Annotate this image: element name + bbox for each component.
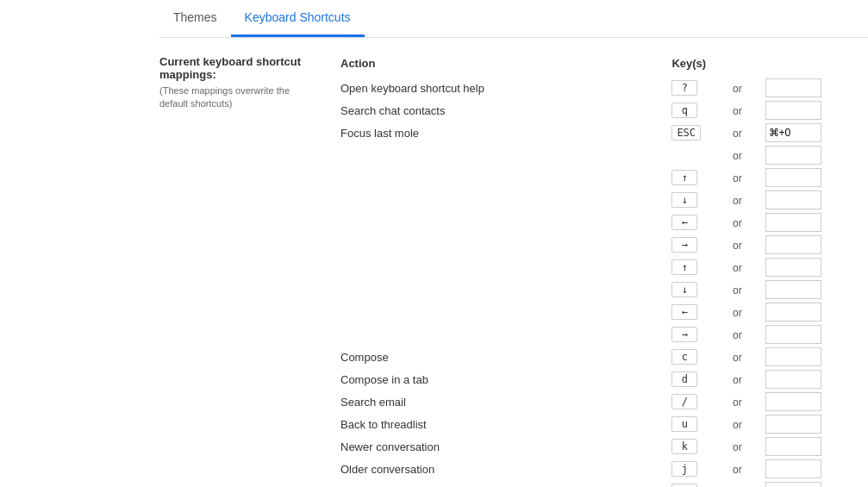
custom-cell[interactable] [765, 122, 868, 144]
custom-cell[interactable] [765, 99, 868, 122]
tab-themes[interactable]: Themes [159, 0, 231, 37]
custom-key-input[interactable] [765, 213, 821, 232]
custom-cell[interactable] [765, 390, 868, 413]
key-box: ? [671, 80, 697, 96]
shortcuts-table: Action Key(s) Open keyboard shortcut hel… [340, 55, 868, 487]
custom-cell[interactable] [765, 301, 868, 323]
custom-key-input[interactable] [765, 168, 821, 187]
or-cell: or [729, 390, 765, 413]
custom-key-input[interactable] [765, 101, 821, 120]
custom-cell[interactable] [765, 480, 868, 487]
or-label: or [729, 195, 746, 207]
or-cell: or [729, 144, 765, 166]
action-cell: Newer conversation [340, 435, 671, 458]
table-row: Newer conversationkor [340, 435, 868, 458]
table-row: Older conversationjor [340, 458, 868, 480]
or-cell: or [729, 77, 765, 99]
custom-key-input[interactable] [765, 459, 821, 478]
custom-cell[interactable] [765, 256, 868, 278]
custom-key-input[interactable] [765, 146, 821, 165]
tab-keyboard-shortcuts[interactable]: Keyboard Shortcuts [231, 0, 365, 37]
custom-cell[interactable] [765, 144, 868, 166]
content-area: Current keyboard shortcut mappings: (The… [159, 55, 868, 487]
or-label: or [729, 441, 746, 453]
custom-cell[interactable] [765, 435, 868, 458]
custom-key-input[interactable] [765, 370, 821, 389]
or-cell: or [729, 122, 765, 144]
key-cell: c [671, 346, 729, 368]
panel-title: Current keyboard shortcut mappings: [159, 55, 315, 81]
action-cell [340, 234, 671, 256]
custom-key-input[interactable] [765, 303, 821, 322]
action-cell: Search chat contacts [340, 99, 671, 122]
custom-key-input[interactable] [765, 392, 821, 411]
left-panel: Current keyboard shortcut mappings: (The… [159, 55, 315, 487]
or-label: or [729, 83, 746, 95]
custom-cell[interactable] [765, 77, 868, 99]
custom-key-input[interactable] [765, 190, 821, 209]
key-cell: k [671, 435, 729, 458]
custom-key-input[interactable] [765, 415, 821, 434]
key-cell: ? [671, 77, 729, 99]
key-box: c [671, 349, 697, 365]
custom-cell[interactable] [765, 211, 868, 234]
keys-header: Key(s) [671, 55, 868, 77]
table-row: Search email/or [340, 390, 868, 413]
key-box: ↑ [671, 170, 697, 185]
key-cell: ESC [671, 122, 729, 144]
custom-key-input[interactable] [765, 437, 821, 456]
custom-key-input[interactable] [765, 325, 821, 344]
key-box: x [671, 484, 697, 487]
action-cell: Older conversation [340, 458, 671, 480]
action-cell: Search email [340, 390, 671, 413]
table-row: Compose in a tabdor [340, 368, 868, 390]
key-cell: ← [671, 301, 729, 323]
custom-key-input[interactable] [765, 258, 821, 277]
table-row: Back to threadlistuor [340, 413, 868, 435]
custom-cell[interactable] [765, 346, 868, 368]
key-cell: x [671, 480, 729, 487]
key-cell: ↑ [671, 166, 729, 189]
custom-cell[interactable] [765, 323, 868, 346]
key-cell: ↓ [671, 189, 729, 211]
or-label: or [729, 374, 746, 386]
or-label: or [729, 172, 746, 184]
table-row: ↑or [340, 256, 868, 278]
custom-cell[interactable] [765, 413, 868, 435]
custom-key-input[interactable] [765, 347, 821, 366]
main-container: Themes Keyboard Shortcuts Current keyboa… [0, 0, 868, 487]
custom-key-input[interactable] [765, 78, 821, 97]
or-label: or [729, 128, 746, 140]
custom-cell[interactable] [765, 234, 868, 256]
custom-key-input[interactable] [765, 280, 821, 299]
panel-description: (These mappings overwrite the default sh… [159, 84, 315, 111]
key-box: d [671, 371, 697, 387]
action-cell: Compose [340, 346, 671, 368]
table-row: →or [340, 234, 868, 256]
or-label: or [729, 396, 746, 409]
action-cell [340, 301, 671, 323]
custom-key-input[interactable] [765, 235, 821, 254]
or-cell: or [729, 99, 765, 122]
action-cell [340, 323, 671, 346]
action-cell: Focus last mole [340, 122, 671, 144]
custom-key-input[interactable] [765, 482, 821, 487]
custom-key-input[interactable] [765, 123, 821, 142]
key-cell: → [671, 234, 729, 256]
custom-cell[interactable] [765, 458, 868, 480]
key-box: ↓ [671, 282, 697, 297]
table-row: ↓or [340, 278, 868, 301]
key-cell: q [671, 99, 729, 122]
custom-cell[interactable] [765, 368, 868, 390]
key-box: ESC [671, 125, 701, 140]
table-row: Focus last moleESCor [340, 122, 868, 144]
key-cell: → [671, 323, 729, 346]
key-box: u [671, 416, 697, 432]
action-cell [340, 256, 671, 278]
or-cell: or [729, 166, 765, 189]
custom-cell[interactable] [765, 278, 868, 301]
custom-cell[interactable] [765, 189, 868, 211]
or-label: or [729, 419, 746, 431]
action-cell: Select conversation [340, 480, 671, 487]
custom-cell[interactable] [765, 166, 868, 189]
